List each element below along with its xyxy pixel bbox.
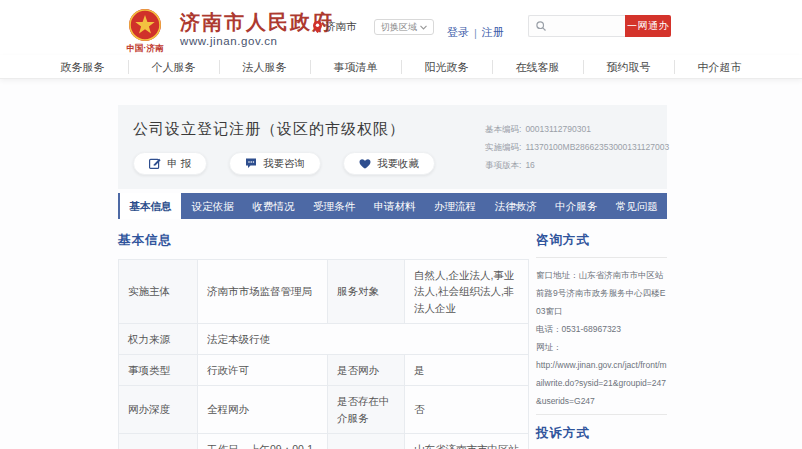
tab-basic-info[interactable]: 基本信息 [120, 193, 181, 219]
table-row: 权力来源 法定本级行使 [119, 323, 529, 354]
site-title-block: 济南市人民政府 www.jinan.gov.cn [180, 11, 334, 47]
service-title-card: 公司设立登记注册（设区的市级权限） 基本编码:00013112790301 实施… [118, 105, 667, 189]
logo-caption: 中国·济南 [119, 43, 171, 55]
table-row: 网办深度 全程网办 是否存在中介服务 否 [119, 386, 529, 434]
search-box[interactable] [528, 15, 625, 37]
row-value: 否 [405, 386, 529, 434]
row-value: 行政许可 [198, 355, 328, 386]
tab-faq[interactable]: 常见问题 [607, 193, 668, 219]
site-url: www.jinan.gov.cn [180, 35, 334, 47]
register-link[interactable]: 注册 [482, 25, 504, 40]
site-name: 济南市人民政府 [180, 11, 334, 33]
nav-item-appointment-number[interactable]: 预约取号 [583, 60, 674, 74]
row-value: 全程网办 [198, 386, 328, 434]
main-nav: 政务服务 个人服务 法人服务 事项清单 阳光政务 在线客服 预约取号 中介超市 [0, 55, 802, 79]
row-label: 办理时间 [119, 433, 198, 449]
declare-button[interactable]: 申 报 [133, 152, 207, 175]
detail-tabbar: 基本信息 设定依据 收费情况 受理条件 申请材料 办理流程 法律救济 中介服务 … [118, 193, 667, 219]
complaint-heading: 投诉方式 [536, 425, 667, 442]
row-label: 是否存在中介服务 [328, 386, 405, 434]
row-label: 是否网办 [328, 355, 405, 386]
row-value: 是 [405, 355, 529, 386]
website-url-link[interactable]: http://www.jinan.gov.cn/jact/front/mailw… [536, 356, 667, 410]
search-area: 一网通办 [528, 15, 671, 37]
national-emblem-icon [128, 8, 162, 42]
row-label: 服务对象 [328, 260, 405, 324]
nav-item-legal-person-services[interactable]: 法人服务 [219, 60, 310, 74]
row-label: 办理地点 [328, 433, 405, 449]
tab-fees[interactable]: 收费情况 [243, 193, 304, 219]
consult-button-label: 我要咨询 [263, 157, 305, 171]
chevron-down-icon [420, 25, 427, 30]
auth-links: 登录 | 注册 [447, 25, 504, 40]
favorite-button[interactable]: 我要收藏 [343, 152, 435, 175]
tab-application-materials[interactable]: 申请材料 [364, 193, 425, 219]
tab-acceptance-conditions[interactable]: 受理条件 [304, 193, 365, 219]
tab-intermediary-services[interactable]: 中介服务 [546, 193, 607, 219]
nav-item-personal-services[interactable]: 个人服务 [128, 60, 219, 74]
nav-item-intermediary-market[interactable]: 中介超市 [674, 60, 765, 74]
login-link[interactable]: 登录 [447, 25, 469, 40]
basic-code: 基本编码:00013112790301 [485, 120, 657, 138]
tab-setting-basis[interactable]: 设定依据 [183, 193, 244, 219]
page-title: 公司设立登记注册（设区的市级权限） [133, 120, 405, 139]
row-value: 山东省济南市市中区站前路9号济南市政务服务中心4楼省市综合业务区408房间 [405, 433, 529, 449]
right-sidebar: 咨询方式 窗口地址：山东省济南市市中区站前路9号济南市政务服务中心四楼E03窗口… [536, 222, 667, 449]
site-header: 中国·济南 济南市人民政府 www.jinan.gov.cn 济南市 切换区域 … [0, 0, 802, 55]
location-label: 济南市 [325, 20, 357, 34]
nav-item-government-services[interactable]: 政务服务 [38, 60, 128, 74]
row-label: 网办深度 [119, 386, 198, 434]
implementation-code: 实施编码:11370100MB28662353000131127003 [485, 138, 657, 156]
basic-info-section: 基本信息 实施主体 济南市市场监督管理局 服务对象 自然人,企业法人,事业法人,… [118, 222, 528, 449]
tab-processing-flow[interactable]: 办理流程 [425, 193, 486, 219]
region-switcher-label: 切换区域 [381, 21, 417, 34]
table-row: 办理时间 工作日，上午09：00-12：00，下午13：00-17：00（法定节… [119, 433, 529, 449]
row-value: 自然人,企业法人,事业法人,社会组织法人,非法人企业 [405, 260, 529, 324]
site-logo: 中国·济南 [119, 8, 171, 55]
nav-item-matter-list[interactable]: 事项清单 [310, 60, 401, 74]
one-stop-service-button[interactable]: 一网通办 [625, 15, 671, 37]
row-label: 权力来源 [119, 323, 198, 354]
matter-version: 事项版本:16 [485, 156, 657, 174]
table-row: 事项类型 行政许可 是否网办 是 [119, 355, 529, 386]
region-switcher[interactable]: 切换区域 [374, 19, 434, 35]
basic-info-table: 实施主体 济南市市场监督管理局 服务对象 自然人,企业法人,事业法人,社会组织法… [118, 259, 529, 449]
chat-icon [245, 158, 257, 169]
row-label: 事项类型 [119, 355, 198, 386]
location-pin-icon [313, 21, 322, 33]
tab-content: 基本信息 实施主体 济南市市场监督管理局 服务对象 自然人,企业法人,事业法人,… [118, 222, 667, 449]
basic-info-heading: 基本信息 [118, 232, 528, 249]
nav-item-online-support[interactable]: 在线客服 [492, 60, 583, 74]
window-address: 窗口地址：山东省济南市市中区站前路9号济南市政务服务中心四楼E03窗口 [536, 266, 667, 320]
service-codes: 基本编码:00013112790301 实施编码:11370100MB28662… [485, 120, 657, 174]
consult-button[interactable]: 我要咨询 [229, 152, 321, 175]
divider [536, 257, 667, 258]
row-label: 实施主体 [119, 260, 198, 324]
location-selector[interactable]: 济南市 [313, 20, 357, 34]
website-label: 网址： [536, 338, 667, 356]
search-icon [536, 21, 546, 31]
table-row: 实施主体 济南市市场监督管理局 服务对象 自然人,企业法人,事业法人,社会组织法… [119, 260, 529, 324]
search-input[interactable] [550, 21, 622, 32]
auth-divider: | [474, 27, 477, 39]
phone-number: 电话：0531-68967323 [536, 320, 667, 338]
row-value: 工作日，上午09：00-12：00，下午13：00-17：00（法定节假日除外） [198, 433, 328, 449]
heart-icon [359, 159, 371, 169]
declare-button-label: 申 报 [167, 157, 191, 171]
row-value: 法定本级行使 [198, 323, 529, 354]
divider [536, 414, 667, 415]
tab-legal-remedy[interactable]: 法律救济 [485, 193, 546, 219]
action-buttons: 申 报 我要咨询 我要收藏 [133, 152, 435, 175]
row-value: 济南市市场监督管理局 [198, 260, 328, 324]
nav-item-transparent-government[interactable]: 阳光政务 [401, 60, 492, 74]
favorite-button-label: 我要收藏 [377, 157, 419, 171]
consult-heading: 咨询方式 [536, 232, 667, 249]
declare-form-icon [149, 158, 161, 169]
